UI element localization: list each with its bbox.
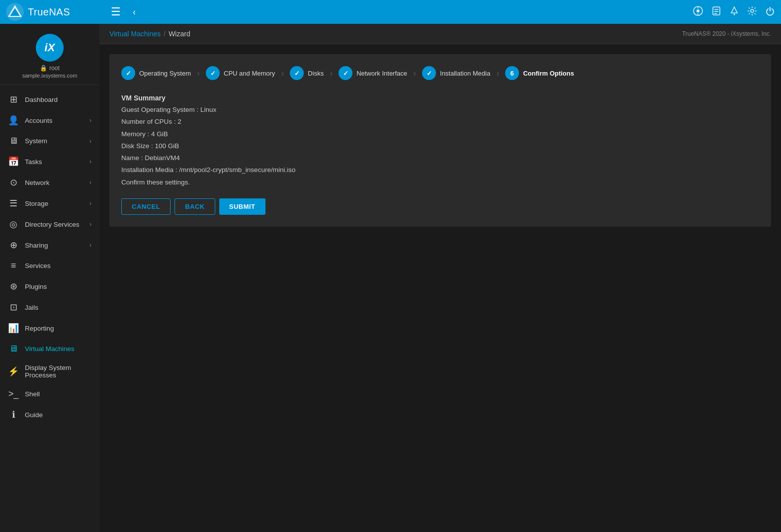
logo-text: TrueNAS [28,6,70,18]
sidebar-item-label-sharing: Sharing [25,242,84,249]
submit-button[interactable]: SUBMIT [219,198,265,215]
breadcrumb-current: Wizard [169,30,190,38]
summary-line: Installation Media : /mnt/pool2-crypt/sm… [121,164,759,176]
sharing-icon: ⊕ [8,240,19,251]
sidebar-item-shell[interactable]: >_Shell [0,384,99,404]
wizard-step-disks[interactable]: ✓Disks [290,66,324,80]
summary-line: Name : DebianVM4 [121,152,759,164]
sidebar-item-label-reporting: Reporting [25,325,91,332]
svg-point-4 [696,9,699,12]
step-label-network: Network Interface [356,70,407,77]
wizard-step-os[interactable]: ✓Operating System [121,66,191,80]
summary-line: Confirm these settings. [121,177,759,188]
truecommand-icon[interactable] [693,5,703,19]
chevron-icon-tasks: › [89,158,91,165]
reporting-icon: 📊 [8,323,19,334]
wizard-steps: ✓Operating System›✓CPU and Memory›✓Disks… [121,66,759,80]
sidebar-item-tasks[interactable]: 📅Tasks› [0,151,99,172]
sidebar-item-label-shell: Shell [25,390,91,398]
avatar: iX [36,34,64,62]
sidebar-item-network[interactable]: ⊙Network› [0,172,99,193]
system-icon: 🖥 [8,136,19,146]
alerts-icon[interactable] [729,6,739,18]
step-label-os: Operating System [139,70,191,77]
sidebar-item-label-jails: Jails [25,304,91,311]
back-button[interactable]: BACK [174,198,215,215]
summary-line: Disk Size : 100 GiB [121,140,759,152]
cancel-button[interactable]: CANCEL [121,198,171,215]
topbar: TrueNAS ☰ ‹ [0,0,781,24]
step-separator-0: › [197,68,200,79]
sidebar-item-label-tasks: Tasks [25,158,84,166]
sidebar-item-label-system: System [25,137,84,145]
step-label-media: Installation Media [440,70,490,77]
sidebar-item-accounts[interactable]: 👤Accounts› [0,110,99,131]
hostname: sample.ixsystems.com [22,73,78,79]
topbar-action-icons [693,5,775,19]
virtual-machines-icon: 🖥 [8,344,19,354]
tasks-icon: 📅 [8,156,19,167]
step-badge-confirm: 6 [505,66,519,80]
sidebar-item-display-system-processes[interactable]: ⚡Display System Processes [0,359,99,384]
sidebar-item-services[interactable]: ≡Services [0,256,99,276]
step-separator-3: › [413,68,416,79]
wizard-step-confirm[interactable]: 6Confirm Options [505,66,574,80]
vm-summary-title: VM Summary [121,94,759,102]
wizard-step-media[interactable]: ✓Installation Media [422,66,490,80]
svg-point-11 [734,13,735,15]
sidebar-item-label-network: Network [25,179,84,186]
services-icon: ≡ [8,261,19,271]
breadcrumb: Virtual Machines / Wizard [109,30,190,38]
step-badge-media: ✓ [422,66,436,80]
sidebar-item-dashboard[interactable]: ⊞Dashboard [0,89,99,110]
sidebar-item-jails[interactable]: ⊡Jails [0,297,99,318]
hamburger-menu-button[interactable]: ☰ [107,3,125,20]
back-arrow-button[interactable]: ‹ [129,5,140,19]
chevron-icon-system: › [89,138,91,145]
truenas-logo-icon [6,3,24,21]
sidebar-item-label-directory-services: Directory Services [25,221,84,228]
chevron-icon-network: › [89,179,91,186]
wizard-step-network[interactable]: ✓Network Interface [339,66,407,80]
sidebar: iX 🔒 root sample.ixsystems.com ⊞Dashboar… [0,24,99,532]
sidebar-item-system[interactable]: 🖥System› [0,131,99,151]
content-area: Virtual Machines / Wizard TrueNAS® 2020 … [99,24,781,532]
sidebar-item-label-display-system-processes: Display System Processes [25,364,91,379]
display-system-processes-icon: ⚡ [8,366,19,377]
jails-icon: ⊡ [8,302,19,313]
sidebar-item-storage[interactable]: ☰Storage› [0,193,99,214]
logo: TrueNAS [6,3,103,21]
sidebar-item-sharing[interactable]: ⊕Sharing› [0,235,99,256]
svg-point-12 [751,9,754,12]
sidebar-item-virtual-machines[interactable]: 🖥Virtual Machines [0,339,99,359]
sidebar-item-label-accounts: Accounts [25,117,84,124]
step-label-confirm: Confirm Options [523,70,574,77]
settings-icon[interactable] [747,6,757,18]
sidebar-item-directory-services[interactable]: ◎Directory Services› [0,214,99,235]
summary-line: Memory : 4 GiB [121,128,759,140]
directory-services-icon: ◎ [8,219,19,230]
main-layout: iX 🔒 root sample.ixsystems.com ⊞Dashboar… [0,24,781,532]
sidebar-item-plugins[interactable]: ⊛Plugins [0,276,99,297]
step-separator-4: › [496,68,499,79]
changelog-icon[interactable] [711,6,721,18]
wizard-buttons: CANCEL BACK SUBMIT [121,198,759,215]
wizard-step-cpu[interactable]: ✓CPU and Memory [206,66,275,80]
guide-icon: ℹ [8,409,19,420]
copyright-text: TrueNAS® 2020 - iXsystems, Inc. [682,30,771,37]
network-icon: ⊙ [8,177,19,188]
sidebar-item-label-guide: Guide [25,411,91,419]
step-separator-2: › [330,68,333,79]
power-icon[interactable] [765,6,775,18]
dashboard-icon: ⊞ [8,94,19,105]
breadcrumb-parent[interactable]: Virtual Machines [109,30,161,38]
breadcrumb-bar: Virtual Machines / Wizard TrueNAS® 2020 … [99,24,781,44]
wizard-panel: ✓Operating System›✓CPU and Memory›✓Disks… [109,54,771,227]
sidebar-item-guide[interactable]: ℹGuide [0,404,99,425]
sidebar-item-label-dashboard: Dashboard [25,96,91,103]
step-label-cpu: CPU and Memory [224,70,275,77]
breadcrumb-separator: / [164,30,166,38]
sidebar-item-reporting[interactable]: 📊Reporting [0,318,99,339]
sidebar-nav: ⊞Dashboard👤Accounts›🖥System›📅Tasks›⊙Netw… [0,87,99,427]
lock-indicator: 🔒 root [40,65,60,72]
